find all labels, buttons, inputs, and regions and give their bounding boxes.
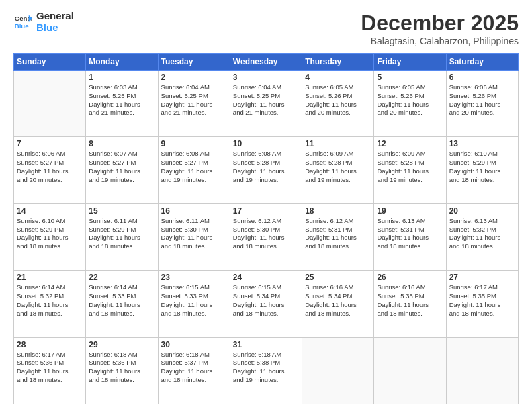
- logo-text-blue: Blue: [36, 22, 74, 34]
- location: Balagtasin, Calabarzon, Philippines: [361, 36, 519, 46]
- day-info: Sunrise: 6:09 AM Sunset: 5:28 PM Dayligh…: [377, 150, 443, 184]
- logo: General Blue General Blue: [13, 11, 74, 33]
- table-cell: 14Sunrise: 6:10 AM Sunset: 5:29 PM Dayli…: [14, 203, 86, 270]
- day-number: 24: [233, 273, 299, 282]
- header-saturday: Saturday: [446, 54, 518, 71]
- table-cell: 30Sunrise: 6:18 AM Sunset: 5:37 PM Dayli…: [158, 337, 230, 404]
- page: General Blue General Blue December 2025 …: [0, 0, 532, 411]
- table-cell: 28Sunrise: 6:17 AM Sunset: 5:36 PM Dayli…: [14, 337, 86, 404]
- day-number: 12: [377, 139, 443, 148]
- day-info: Sunrise: 6:15 AM Sunset: 5:33 PM Dayligh…: [161, 283, 227, 318]
- month-title: December 2025: [361, 11, 519, 36]
- day-number: 22: [89, 273, 154, 282]
- table-cell: 20Sunrise: 6:13 AM Sunset: 5:32 PM Dayli…: [446, 203, 518, 270]
- day-number: 20: [449, 206, 515, 216]
- header-sunday: Sunday: [14, 54, 86, 71]
- day-number: 5: [377, 73, 443, 82]
- calendar-week-row: 7Sunrise: 6:06 AM Sunset: 5:27 PM Daylig…: [14, 137, 519, 203]
- day-info: Sunrise: 6:18 AM Sunset: 5:38 PM Dayligh…: [233, 351, 299, 385]
- day-info: Sunrise: 6:17 AM Sunset: 5:35 PM Dayligh…: [449, 283, 515, 318]
- day-number: 4: [305, 73, 371, 82]
- day-number: 1: [89, 73, 154, 82]
- day-info: Sunrise: 6:04 AM Sunset: 5:25 PM Dayligh…: [233, 83, 299, 118]
- day-number: 19: [377, 206, 443, 216]
- table-cell: 15Sunrise: 6:11 AM Sunset: 5:29 PM Dayli…: [86, 203, 158, 270]
- day-number: 11: [305, 139, 371, 148]
- day-number: 23: [161, 273, 227, 282]
- table-cell: 17Sunrise: 6:12 AM Sunset: 5:30 PM Dayli…: [230, 203, 302, 270]
- day-number: 17: [233, 206, 299, 216]
- day-info: Sunrise: 6:14 AM Sunset: 5:32 PM Dayligh…: [17, 283, 83, 318]
- calendar-week-row: 1Sunrise: 6:03 AM Sunset: 5:25 PM Daylig…: [14, 71, 519, 137]
- day-number: 27: [449, 273, 515, 282]
- table-cell: 27Sunrise: 6:17 AM Sunset: 5:35 PM Dayli…: [446, 271, 518, 337]
- day-info: Sunrise: 6:08 AM Sunset: 5:28 PM Dayligh…: [233, 150, 299, 184]
- day-info: Sunrise: 6:07 AM Sunset: 5:27 PM Dayligh…: [89, 150, 154, 184]
- header-monday: Monday: [86, 54, 158, 71]
- day-info: Sunrise: 6:14 AM Sunset: 5:33 PM Dayligh…: [89, 283, 154, 318]
- table-cell: 13Sunrise: 6:10 AM Sunset: 5:29 PM Dayli…: [446, 137, 518, 203]
- day-info: Sunrise: 6:08 AM Sunset: 5:27 PM Dayligh…: [161, 150, 227, 184]
- day-info: Sunrise: 6:03 AM Sunset: 5:25 PM Dayligh…: [89, 83, 154, 118]
- day-number: 26: [377, 273, 443, 282]
- day-number: 15: [89, 206, 154, 216]
- day-info: Sunrise: 6:16 AM Sunset: 5:34 PM Dayligh…: [305, 283, 371, 318]
- table-cell: 1Sunrise: 6:03 AM Sunset: 5:25 PM Daylig…: [86, 71, 158, 137]
- day-info: Sunrise: 6:13 AM Sunset: 5:31 PM Dayligh…: [377, 217, 443, 251]
- day-number: 9: [161, 139, 227, 148]
- calendar-table: Sunday Monday Tuesday Wednesday Thursday…: [13, 53, 519, 404]
- day-info: Sunrise: 6:10 AM Sunset: 5:29 PM Dayligh…: [17, 217, 83, 251]
- table-cell: 12Sunrise: 6:09 AM Sunset: 5:28 PM Dayli…: [374, 137, 446, 203]
- svg-text:Blue: Blue: [15, 21, 29, 29]
- day-info: Sunrise: 6:06 AM Sunset: 5:27 PM Dayligh…: [17, 150, 83, 184]
- table-cell: 18Sunrise: 6:12 AM Sunset: 5:31 PM Dayli…: [302, 203, 374, 270]
- table-cell: 9Sunrise: 6:08 AM Sunset: 5:27 PM Daylig…: [158, 137, 230, 203]
- header: General Blue General Blue December 2025 …: [13, 11, 519, 46]
- day-number: 6: [449, 73, 515, 82]
- table-cell: [14, 71, 86, 137]
- table-cell: 2Sunrise: 6:04 AM Sunset: 5:25 PM Daylig…: [158, 71, 230, 137]
- table-cell: 31Sunrise: 6:18 AM Sunset: 5:38 PM Dayli…: [230, 337, 302, 404]
- day-info: Sunrise: 6:10 AM Sunset: 5:29 PM Dayligh…: [449, 150, 515, 184]
- table-cell: 16Sunrise: 6:11 AM Sunset: 5:30 PM Dayli…: [158, 203, 230, 270]
- day-info: Sunrise: 6:17 AM Sunset: 5:36 PM Dayligh…: [17, 351, 83, 385]
- calendar-week-row: 14Sunrise: 6:10 AM Sunset: 5:29 PM Dayli…: [14, 203, 519, 270]
- table-cell: 23Sunrise: 6:15 AM Sunset: 5:33 PM Dayli…: [158, 271, 230, 337]
- day-number: 8: [89, 139, 154, 148]
- day-info: Sunrise: 6:11 AM Sunset: 5:30 PM Dayligh…: [161, 217, 227, 251]
- table-cell: 29Sunrise: 6:18 AM Sunset: 5:36 PM Dayli…: [86, 337, 158, 404]
- table-cell: 6Sunrise: 6:06 AM Sunset: 5:26 PM Daylig…: [446, 71, 518, 137]
- header-friday: Friday: [374, 54, 446, 71]
- logo-icon: General Blue: [13, 13, 32, 32]
- table-cell: 8Sunrise: 6:07 AM Sunset: 5:27 PM Daylig…: [86, 137, 158, 203]
- day-number: 25: [305, 273, 371, 282]
- title-block: December 2025 Balagtasin, Calabarzon, Ph…: [361, 11, 519, 46]
- day-info: Sunrise: 6:16 AM Sunset: 5:35 PM Dayligh…: [377, 283, 443, 318]
- header-thursday: Thursday: [302, 54, 374, 71]
- day-info: Sunrise: 6:06 AM Sunset: 5:26 PM Dayligh…: [449, 83, 515, 118]
- day-number: 13: [449, 139, 515, 148]
- header-tuesday: Tuesday: [158, 54, 230, 71]
- day-info: Sunrise: 6:04 AM Sunset: 5:25 PM Dayligh…: [161, 83, 227, 118]
- day-info: Sunrise: 6:12 AM Sunset: 5:30 PM Dayligh…: [233, 217, 299, 251]
- table-cell: 5Sunrise: 6:05 AM Sunset: 5:26 PM Daylig…: [374, 71, 446, 137]
- table-cell: 26Sunrise: 6:16 AM Sunset: 5:35 PM Dayli…: [374, 271, 446, 337]
- table-cell: 24Sunrise: 6:15 AM Sunset: 5:34 PM Dayli…: [230, 271, 302, 337]
- day-info: Sunrise: 6:12 AM Sunset: 5:31 PM Dayligh…: [305, 217, 371, 251]
- day-info: Sunrise: 6:18 AM Sunset: 5:36 PM Dayligh…: [89, 351, 154, 385]
- table-cell: 22Sunrise: 6:14 AM Sunset: 5:33 PM Dayli…: [86, 271, 158, 337]
- day-info: Sunrise: 6:15 AM Sunset: 5:34 PM Dayligh…: [233, 283, 299, 318]
- day-number: 31: [233, 340, 299, 349]
- day-number: 30: [161, 340, 227, 349]
- day-info: Sunrise: 6:18 AM Sunset: 5:37 PM Dayligh…: [161, 351, 227, 385]
- table-cell: 4Sunrise: 6:05 AM Sunset: 5:26 PM Daylig…: [302, 71, 374, 137]
- table-cell: 19Sunrise: 6:13 AM Sunset: 5:31 PM Dayli…: [374, 203, 446, 270]
- logo-text-general: General: [36, 11, 74, 22]
- calendar-header-row: Sunday Monday Tuesday Wednesday Thursday…: [14, 54, 519, 71]
- table-cell: 25Sunrise: 6:16 AM Sunset: 5:34 PM Dayli…: [302, 271, 374, 337]
- day-number: 14: [17, 206, 83, 216]
- day-number: 16: [161, 206, 227, 216]
- table-cell: [446, 337, 518, 404]
- day-number: 28: [17, 340, 83, 349]
- day-number: 18: [305, 206, 371, 216]
